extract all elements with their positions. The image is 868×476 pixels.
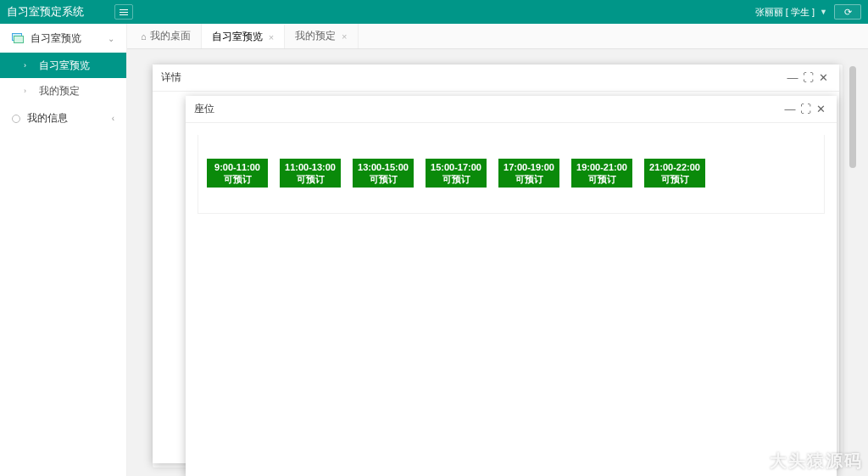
slot-status: 可预订 — [515, 173, 543, 185]
app-header: 自习室预定系统 张丽丽 [ 学生 ] ▼ ⟳ — [0, 0, 868, 24]
chevron-down-icon: ⌄ — [108, 34, 114, 43]
dialog-title: 详情 — [161, 70, 785, 85]
sidebar-group-rooms[interactable]: 自习室预览 ⌄ — [0, 24, 126, 53]
user-dropdown-icon[interactable]: ▼ — [820, 8, 827, 16]
time-slot-row: 9:00-11:00可预订 11:00-13:00可预订 13:00-15:00… — [198, 135, 825, 214]
slot-time: 11:00-13:00 — [285, 161, 336, 173]
slot-status: 可预订 — [661, 173, 689, 185]
slot-status: 可预订 — [442, 173, 470, 185]
chevron-right-icon: › — [24, 87, 32, 95]
chevron-left-icon: ‹ — [112, 114, 114, 123]
dialog-body: 9:00-11:00可预订 11:00-13:00可预订 13:00-15:00… — [186, 123, 837, 226]
sidebar-item-label: 我的预定 — [39, 84, 80, 98]
refresh-button[interactable]: ⟳ — [834, 4, 861, 20]
sidebar-group-profile[interactable]: 我的信息 ‹ — [0, 104, 126, 132]
time-slot[interactable]: 21:00-22:00可预订 — [644, 159, 705, 188]
minimize-icon[interactable]: — — [782, 103, 798, 115]
sidebar-group-label: 我的信息 — [27, 111, 68, 126]
slot-status: 可预订 — [224, 173, 252, 185]
time-slot[interactable]: 11:00-13:00可预订 — [280, 159, 341, 188]
slot-time: 21:00-22:00 — [649, 161, 700, 173]
dialog-title: 座位 — [194, 102, 782, 116]
close-icon[interactable]: × — [342, 31, 347, 42]
user-info[interactable]: 张丽丽 [ 学生 ] — [755, 6, 815, 19]
time-slot[interactable]: 13:00-15:00可预订 — [353, 159, 414, 188]
scrollbar-thumb[interactable] — [849, 66, 856, 168]
tab-label: 我的预定 — [295, 29, 336, 43]
time-slot[interactable]: 19:00-21:00可预订 — [571, 159, 632, 188]
refresh-icon: ⟳ — [844, 7, 852, 18]
maximize-icon[interactable]: ⛶ — [798, 103, 813, 115]
time-slot[interactable]: 15:00-17:00可预订 — [426, 159, 487, 188]
layers-icon — [12, 32, 24, 44]
tab-desktop[interactable]: ⌂ 我的桌面 — [131, 24, 202, 48]
dialog-header[interactable]: 详情 — ⛶ ✕ — [153, 64, 839, 92]
tab-room-overview[interactable]: 自习室预览 × — [202, 24, 285, 48]
time-slot[interactable]: 17:00-19:00可预订 — [498, 159, 559, 188]
chevron-right-icon: › — [24, 61, 32, 70]
slot-status: 可预订 — [588, 173, 616, 185]
dialog-header[interactable]: 座位 — ⛶ ✕ — [186, 96, 837, 123]
slot-time: 17:00-19:00 — [504, 161, 554, 173]
sidebar-group-label: 自习室预览 — [31, 31, 81, 46]
menu-toggle-button[interactable] — [114, 4, 133, 20]
tab-label: 自习室预览 — [212, 30, 263, 44]
sidebar-item-my-bookings[interactable]: › 我的预定 — [0, 78, 126, 104]
slot-time: 19:00-21:00 — [576, 161, 627, 173]
close-icon[interactable]: × — [269, 32, 274, 42]
scrollbar[interactable] — [849, 66, 856, 459]
slot-status: 可预订 — [297, 173, 325, 185]
dialog-seat: 座位 — ⛶ ✕ 9:00-11:00可预订 11:00-13:00可预订 13… — [186, 96, 837, 476]
slot-status: 可预订 — [370, 173, 398, 185]
time-slot[interactable]: 9:00-11:00可预订 — [207, 159, 268, 188]
sidebar: 自习室预览 ⌄ › 自习室预览 › 我的预定 我的信息 ‹ — [0, 24, 127, 476]
home-icon: ⌂ — [141, 31, 147, 42]
app-title: 自习室预定系统 — [7, 4, 84, 20]
main-area: ⌂ 我的桌面 自习室预览 × 我的预定 × 自习 25 26 27 28 — [127, 24, 868, 476]
maximize-icon[interactable]: ⛶ — [800, 71, 815, 84]
slot-time: 13:00-15:00 — [358, 161, 409, 173]
content-area: 自习 25 26 27 28 29 30 31 详情 — ⛶ ✕ — [127, 49, 868, 476]
slot-time: 9:00-11:00 — [214, 161, 260, 173]
slot-time: 15:00-17:00 — [431, 161, 481, 173]
close-icon[interactable]: ✕ — [813, 103, 828, 115]
tabs-bar: ⌂ 我的桌面 自习室预览 × 我的预定 × — [127, 24, 868, 49]
minimize-icon[interactable]: — — [785, 71, 800, 84]
tab-my-bookings[interactable]: 我的预定 × — [285, 24, 358, 48]
sidebar-item-label: 自习室预览 — [39, 59, 90, 73]
close-icon[interactable]: ✕ — [815, 71, 831, 84]
tab-label: 我的桌面 — [150, 29, 191, 43]
person-icon — [12, 115, 20, 123]
sidebar-item-room-overview[interactable]: › 自习室预览 — [0, 53, 126, 78]
